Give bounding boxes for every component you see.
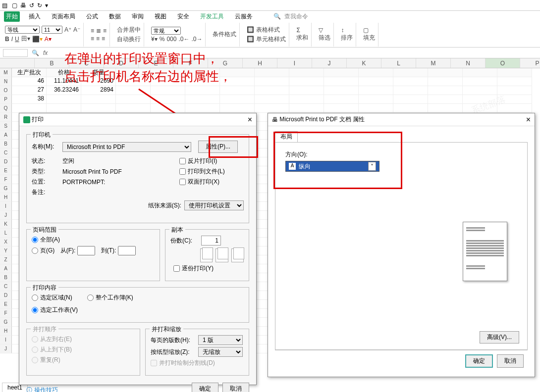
qat-icon[interactable]: ↻ bbox=[37, 2, 42, 9]
table-style-button[interactable]: 表格样式 bbox=[256, 26, 280, 34]
row-header[interactable]: K bbox=[0, 220, 12, 229]
collate-checkbox[interactable] bbox=[173, 265, 180, 272]
to-input[interactable] bbox=[118, 246, 136, 255]
col-header[interactable]: J bbox=[312, 58, 347, 68]
align-icon[interactable]: ≣ bbox=[96, 27, 101, 34]
row-header[interactable]: G bbox=[0, 318, 12, 327]
row-header[interactable]: F bbox=[0, 175, 12, 184]
cell[interactable]: 38 bbox=[12, 95, 47, 104]
close-icon[interactable]: × bbox=[248, 115, 252, 124]
cell[interactable] bbox=[463, 86, 497, 95]
cell[interactable]: 36.23246 bbox=[47, 86, 81, 95]
to-file-checkbox[interactable] bbox=[179, 168, 186, 175]
advanced-button[interactable]: 高级(V)... bbox=[480, 331, 519, 343]
row-header[interactable]: D bbox=[0, 291, 12, 300]
cell[interactable] bbox=[151, 104, 185, 113]
all-radio[interactable] bbox=[32, 237, 38, 243]
italic-icon[interactable]: I bbox=[11, 36, 13, 43]
font-name[interactable]: 等线 bbox=[5, 26, 40, 34]
row-header[interactable]: Z bbox=[0, 255, 12, 264]
cell[interactable] bbox=[220, 86, 255, 95]
cell[interactable] bbox=[255, 68, 289, 77]
tab-security[interactable]: 安全 bbox=[175, 11, 191, 22]
cell[interactable] bbox=[116, 104, 151, 113]
row-header[interactable]: N bbox=[0, 77, 12, 86]
row-header[interactable]: L bbox=[0, 229, 12, 238]
cell[interactable]: 生产批次 bbox=[12, 68, 47, 77]
col-header[interactable]: P bbox=[520, 58, 540, 68]
qat-dropdown[interactable]: ▾ bbox=[45, 2, 48, 9]
cell[interactable] bbox=[428, 104, 463, 113]
tab-dev[interactable]: 开发工具 bbox=[198, 11, 226, 22]
dec-decimal-icon[interactable]: .0→ bbox=[191, 36, 202, 43]
cell[interactable] bbox=[463, 104, 497, 113]
cell[interactable] bbox=[220, 104, 255, 113]
col-header[interactable]: O bbox=[486, 58, 520, 68]
orient-select[interactable]: A 纵向 ˅ bbox=[285, 161, 379, 172]
cell[interactable]: 46 bbox=[12, 77, 47, 86]
cell[interactable] bbox=[324, 86, 359, 95]
cell[interactable] bbox=[116, 95, 151, 104]
cell[interactable] bbox=[255, 104, 289, 113]
reverse-checkbox[interactable] bbox=[179, 158, 186, 164]
sel-area-radio[interactable] bbox=[32, 294, 38, 301]
cell[interactable] bbox=[359, 77, 393, 86]
cell[interactable] bbox=[359, 95, 393, 104]
bold-icon[interactable]: B bbox=[5, 36, 9, 43]
cell[interactable] bbox=[47, 104, 81, 113]
cell[interactable] bbox=[289, 104, 324, 113]
row-header[interactable]: O bbox=[0, 86, 12, 95]
number-format[interactable]: 常规 bbox=[151, 27, 181, 35]
ok-button[interactable]: 确定 bbox=[465, 354, 493, 368]
cell[interactable] bbox=[428, 68, 463, 77]
align-icon[interactable]: ≡ bbox=[102, 35, 105, 42]
cell[interactable] bbox=[220, 95, 255, 104]
row-header[interactable]: J bbox=[0, 211, 12, 220]
copies-input[interactable] bbox=[201, 236, 221, 245]
cell[interactable] bbox=[497, 68, 532, 77]
cell[interactable] bbox=[324, 77, 359, 86]
cond-fmt-button[interactable]: 条件格式 bbox=[213, 30, 236, 39]
inc-decimal-icon[interactable]: .0← bbox=[178, 36, 189, 43]
cancel-button[interactable]: 取消 bbox=[222, 383, 249, 392]
filter-button[interactable]: ▽筛选 bbox=[319, 27, 330, 42]
underline-icon[interactable]: U bbox=[15, 36, 19, 43]
row-header[interactable]: C bbox=[0, 282, 12, 291]
row-header[interactable]: C bbox=[0, 148, 12, 157]
row-header[interactable]: H bbox=[0, 193, 12, 202]
col-header[interactable]: N bbox=[451, 58, 486, 68]
cell[interactable] bbox=[151, 95, 185, 104]
row-header[interactable]: F bbox=[0, 309, 12, 318]
row-header[interactable]: R bbox=[0, 113, 12, 122]
currency-icon[interactable]: ¥▾ bbox=[151, 36, 158, 43]
col-header[interactable]: M bbox=[416, 58, 451, 68]
font-size[interactable]: 11 bbox=[42, 26, 62, 34]
percent-icon[interactable]: % bbox=[160, 36, 165, 43]
row-header[interactable]: I bbox=[0, 202, 12, 211]
cancel-button[interactable]: 取消 bbox=[497, 354, 524, 368]
chevron-down-icon[interactable]: ˅ bbox=[368, 162, 376, 171]
row-header[interactable]: E bbox=[0, 300, 12, 309]
cell[interactable] bbox=[428, 86, 463, 95]
cell[interactable] bbox=[393, 104, 428, 113]
cell[interactable] bbox=[497, 77, 532, 86]
row-header[interactable]: Q bbox=[0, 104, 12, 113]
close-icon[interactable]: × bbox=[526, 115, 531, 124]
cell[interactable] bbox=[116, 86, 151, 95]
col-header[interactable]: L bbox=[381, 58, 416, 68]
cell[interactable] bbox=[81, 104, 116, 113]
cell[interactable] bbox=[428, 77, 463, 86]
row-header[interactable]: P bbox=[0, 95, 12, 104]
cell[interactable] bbox=[463, 68, 497, 77]
fill-button[interactable]: ▢填充 bbox=[363, 27, 375, 42]
duplex-checkbox[interactable] bbox=[179, 179, 186, 185]
row-header[interactable]: S bbox=[0, 122, 12, 131]
row-header[interactable]: Y bbox=[0, 246, 12, 255]
tab-insert[interactable]: 插入 bbox=[27, 11, 43, 22]
cell[interactable] bbox=[324, 95, 359, 104]
row-header[interactable]: D bbox=[0, 157, 12, 166]
cell[interactable] bbox=[47, 95, 81, 104]
tab-layout[interactable]: 布局 bbox=[275, 131, 298, 142]
cell[interactable] bbox=[497, 86, 532, 95]
row-header[interactable]: X bbox=[0, 238, 12, 246]
